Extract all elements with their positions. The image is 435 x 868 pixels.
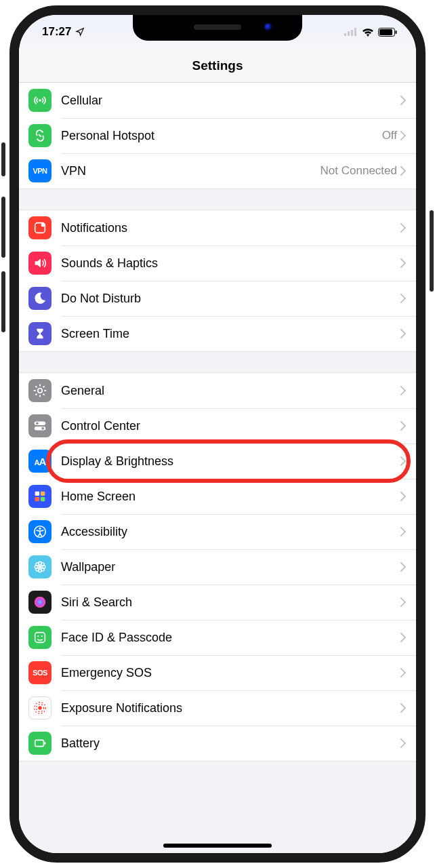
battery-status-icon [378, 28, 397, 37]
row-label: Exposure Notifications [61, 701, 400, 715]
page-title: Settings [192, 58, 243, 73]
sos-icon: SOS [28, 661, 51, 684]
settings-list[interactable]: CellularPersonal HotspotOffVPNVPNNot Con… [19, 83, 416, 853]
chevron-right-icon [400, 258, 407, 269]
svg-point-34 [38, 706, 42, 710]
chevron-right-icon [400, 703, 407, 713]
svg-rect-6 [396, 31, 397, 34]
row-label: Battery [61, 736, 400, 751]
battery-icon [28, 732, 51, 755]
cellular-signal-icon [344, 28, 358, 36]
settings-group-notify: NotificationsSounds & HapticsDo Not Dist… [19, 210, 416, 352]
chevron-right-icon [400, 420, 407, 431]
vpn-icon: VPN [28, 159, 51, 182]
chevron-right-icon [400, 130, 407, 141]
link-icon [28, 124, 51, 147]
svg-point-21 [39, 566, 42, 569]
moon-icon [28, 287, 51, 310]
row-sounds[interactable]: Sounds & Haptics [19, 245, 416, 281]
svg-point-20 [39, 528, 41, 530]
chevron-right-icon [400, 632, 407, 643]
svg-point-14 [41, 427, 44, 430]
gear-icon [28, 379, 51, 402]
row-hotspot[interactable]: Personal HotspotOff [19, 118, 416, 153]
svg-point-9 [41, 222, 45, 226]
row-general[interactable]: General [19, 373, 416, 408]
settings-group-network: CellularPersonal HotspotOffVPNVPNNot Con… [19, 83, 416, 189]
row-screentime[interactable]: Screen Time [19, 316, 416, 351]
chevron-right-icon [400, 561, 407, 572]
row-sos[interactable]: SOSEmergency SOS [19, 655, 416, 690]
row-label: Display & Brightness [61, 454, 400, 469]
chevron-right-icon [400, 456, 407, 467]
status-time: 17:27 [42, 25, 71, 39]
speaker-icon [28, 252, 51, 275]
row-dnd[interactable]: Do Not Disturb [19, 281, 416, 316]
row-label: Personal Hotspot [61, 129, 382, 143]
row-label: Emergency SOS [61, 666, 400, 680]
row-display[interactable]: AADisplay & Brightness [19, 443, 416, 479]
chevron-right-icon [400, 667, 407, 678]
row-accessibility[interactable]: Accessibility [19, 514, 416, 549]
notch [133, 15, 302, 41]
row-control-center[interactable]: Control Center [19, 408, 416, 443]
row-label: Notifications [61, 221, 400, 235]
hourglass-icon [28, 322, 51, 345]
svg-rect-15 [35, 492, 39, 496]
chevron-right-icon [400, 385, 407, 396]
cellular-icon [28, 89, 51, 112]
row-home-screen[interactable]: Home Screen [19, 479, 416, 514]
row-battery[interactable]: Battery [19, 726, 416, 761]
svg-rect-5 [379, 29, 392, 35]
chevron-right-icon [400, 328, 407, 339]
svg-point-32 [37, 635, 39, 637]
row-notifications[interactable]: Notifications [19, 210, 416, 245]
row-cellular[interactable]: Cellular [19, 83, 416, 118]
row-label: Accessibility [61, 525, 400, 539]
phone-frame: 17:27 [9, 5, 426, 863]
row-label: Control Center [61, 419, 400, 433]
nav-bar: Settings [19, 49, 416, 83]
chevron-right-icon [400, 165, 407, 176]
flower-icon [28, 555, 51, 578]
svg-point-33 [41, 635, 43, 637]
svg-rect-31 [35, 633, 45, 643]
chevron-right-icon [400, 222, 407, 233]
svg-rect-17 [35, 497, 39, 501]
svg-rect-1 [348, 31, 350, 36]
row-wallpaper[interactable]: Wallpaper [19, 549, 416, 585]
chevron-right-icon [400, 491, 407, 502]
svg-point-30 [35, 597, 46, 608]
row-label: Cellular [61, 94, 400, 108]
row-faceid[interactable]: Face ID & Passcode [19, 620, 416, 655]
grid-icon [28, 485, 51, 508]
row-label: VPN [61, 164, 320, 178]
chevron-right-icon [400, 526, 407, 537]
chevron-right-icon [400, 293, 407, 304]
chevron-right-icon [400, 738, 407, 749]
svg-point-10 [38, 389, 42, 393]
row-exposure[interactable]: Exposure Notifications [19, 690, 416, 726]
row-label: Face ID & Passcode [61, 631, 400, 645]
row-value: Not Connected [320, 164, 397, 178]
svg-point-7 [39, 99, 41, 102]
svg-rect-3 [354, 28, 356, 36]
wifi-icon [362, 28, 374, 37]
accessibility-icon [28, 520, 51, 543]
svg-point-12 [36, 422, 39, 425]
svg-rect-18 [41, 497, 45, 501]
row-vpn[interactable]: VPNVPNNot Connected [19, 153, 416, 189]
home-indicator[interactable] [163, 844, 272, 848]
location-icon [75, 27, 85, 37]
row-label: Screen Time [61, 327, 400, 341]
row-siri[interactable]: Siri & Search [19, 585, 416, 620]
row-label: Wallpaper [61, 560, 400, 574]
notifications-icon [28, 216, 51, 239]
row-label: General [61, 384, 400, 398]
settings-group-general-group: GeneralControl CenterAADisplay & Brightn… [19, 372, 416, 762]
screen: 17:27 [19, 15, 416, 853]
chevron-right-icon [400, 95, 407, 106]
siri-icon [28, 591, 51, 614]
svg-rect-38 [44, 742, 45, 745]
text-size-icon: AA [28, 450, 51, 473]
